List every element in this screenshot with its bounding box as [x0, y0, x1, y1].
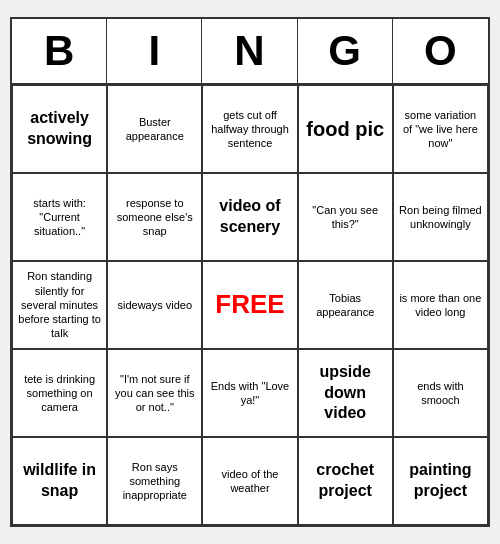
bingo-cell-1[interactable]: Buster appearance	[107, 85, 202, 173]
bingo-letter-O: O	[393, 19, 488, 83]
bingo-cell-19[interactable]: ends with smooch	[393, 349, 488, 437]
bingo-grid: actively snowingBuster appearancegets cu…	[12, 85, 488, 525]
bingo-letter-I: I	[107, 19, 202, 83]
bingo-cell-3[interactable]: food pic	[298, 85, 393, 173]
bingo-cell-15[interactable]: tete is drinking something on camera	[12, 349, 107, 437]
bingo-cell-23[interactable]: crochet project	[298, 437, 393, 525]
bingo-cell-13[interactable]: Tobias appearance	[298, 261, 393, 349]
bingo-cell-7[interactable]: video of scenery	[202, 173, 297, 261]
bingo-cell-5[interactable]: starts with: "Current situation.."	[12, 173, 107, 261]
bingo-cell-24[interactable]: painting project	[393, 437, 488, 525]
bingo-cell-10[interactable]: Ron standing silently for several minute…	[12, 261, 107, 349]
bingo-cell-0[interactable]: actively snowing	[12, 85, 107, 173]
bingo-card: BINGO actively snowingBuster appearanceg…	[10, 17, 490, 527]
bingo-cell-12[interactable]: FREE	[202, 261, 297, 349]
bingo-cell-2[interactable]: gets cut off halfway through sentence	[202, 85, 297, 173]
bingo-letter-N: N	[202, 19, 297, 83]
bingo-cell-9[interactable]: Ron being filmed unknowingly	[393, 173, 488, 261]
bingo-cell-14[interactable]: is more than one video long	[393, 261, 488, 349]
bingo-cell-20[interactable]: wildlife in snap	[12, 437, 107, 525]
bingo-cell-4[interactable]: some variation of "we live here now"	[393, 85, 488, 173]
bingo-cell-11[interactable]: sideways video	[107, 261, 202, 349]
bingo-cell-18[interactable]: upside down video	[298, 349, 393, 437]
bingo-cell-16[interactable]: "I'm not sure if you can see this or not…	[107, 349, 202, 437]
bingo-cell-8[interactable]: "Can you see this?"	[298, 173, 393, 261]
bingo-letter-G: G	[298, 19, 393, 83]
bingo-header: BINGO	[12, 19, 488, 85]
bingo-cell-21[interactable]: Ron says something inappropriate	[107, 437, 202, 525]
bingo-cell-6[interactable]: response to someone else's snap	[107, 173, 202, 261]
bingo-cell-17[interactable]: Ends with "Love ya!"	[202, 349, 297, 437]
bingo-cell-22[interactable]: video of the weather	[202, 437, 297, 525]
bingo-letter-B: B	[12, 19, 107, 83]
